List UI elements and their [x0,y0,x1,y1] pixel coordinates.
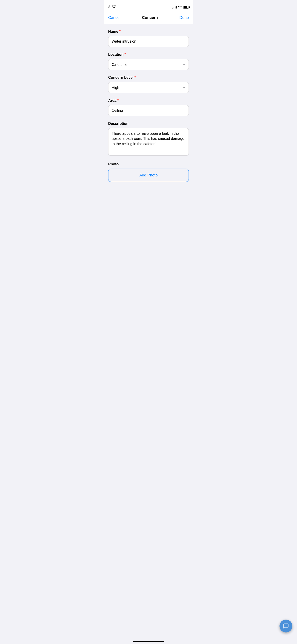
battery-icon [183,6,189,8]
location-select[interactable]: Cafeteria Gymnasium Library Office Hallw… [108,59,189,70]
status-time: 3:57 [108,5,116,10]
photo-field-group: Photo Add Photo [108,162,189,182]
area-label: Area * [108,98,189,103]
name-label: Name * [108,30,189,34]
signal-icon [172,6,176,8]
photo-label: Photo [108,162,189,166]
cancel-button[interactable]: Cancel [108,16,120,20]
add-photo-button[interactable]: Add Photo [108,168,189,182]
wifi-icon [178,5,182,9]
area-required-star: * [118,98,119,103]
nav-bar: Cancel Concern Done [104,12,194,24]
name-required-star: * [119,30,121,34]
name-input[interactable] [108,36,189,47]
description-field-group: Description [108,122,189,156]
name-field-group: Name * [108,30,189,47]
area-input[interactable] [108,105,189,116]
status-icons [172,5,189,9]
description-textarea[interactable] [108,128,189,156]
concern-level-field-group: Concern Level * Low Medium High Critical… [108,76,189,93]
done-button[interactable]: Done [179,16,189,20]
form-content: Name * Location * Cafeteria Gymnasium Li… [104,24,194,197]
concern-level-label: Concern Level * [108,76,189,80]
area-field-group: Area * [108,98,189,116]
page-title: Concern [142,16,158,20]
location-required-star: * [124,52,126,57]
concern-level-required-star: * [134,76,136,80]
status-bar: 3:57 [104,0,194,12]
concern-level-select[interactable]: Low Medium High Critical [108,82,189,93]
description-label: Description [108,122,189,126]
location-field-group: Location * Cafeteria Gymnasium Library O… [108,52,189,70]
concern-level-select-wrapper: Low Medium High Critical ▼ [108,82,189,93]
location-select-wrapper: Cafeteria Gymnasium Library Office Hallw… [108,59,189,70]
location-label: Location * [108,52,189,57]
